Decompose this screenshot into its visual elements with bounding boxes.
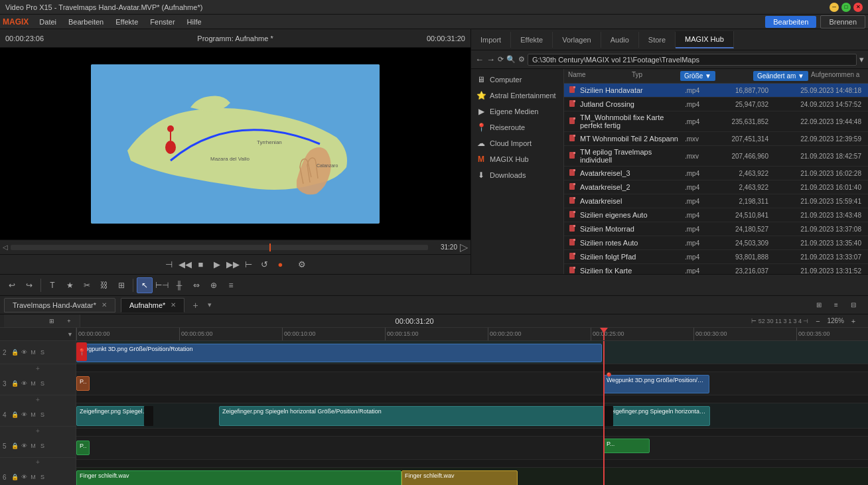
tool-effects[interactable]: ★ bbox=[62, 277, 78, 293]
file-row-7[interactable]: Avatarkreisel .mp4 2,198,311 21.09.2023 … bbox=[564, 194, 868, 208]
nav-downloads[interactable]: ⬇ Downloads bbox=[471, 167, 563, 183]
ctrl-settings[interactable]: ⚙ bbox=[295, 258, 309, 271]
brennen-button[interactable]: Brennen bbox=[820, 15, 865, 29]
file-row-0[interactable]: Sizilien Handavatar .mp4 16,887,700 25.0… bbox=[564, 84, 868, 98]
file-row-12[interactable]: Sizilien fix Karte .mp4 23,216,037 21.09… bbox=[564, 264, 868, 274]
track-solo-4[interactable]: S bbox=[38, 411, 46, 419]
tl-zoom-out[interactable]: − bbox=[810, 313, 826, 329]
tl-tool-1[interactable]: ⊞ bbox=[811, 297, 827, 313]
track-solo-2[interactable]: S bbox=[38, 348, 46, 356]
tab-magix-hub[interactable]: MAGIX Hub bbox=[676, 31, 734, 48]
track-mute-5[interactable]: M bbox=[29, 442, 37, 450]
preview-scrubber[interactable]: ◁ 31:20 ▷ bbox=[0, 240, 470, 254]
ctrl-prev-frame[interactable]: ◀◀ bbox=[179, 258, 192, 271]
track-mute-3[interactable]: M bbox=[29, 380, 37, 387]
browser-path-dropdown[interactable]: ▾ bbox=[859, 54, 864, 64]
nav-magix-hub[interactable]: M MAGIX Hub bbox=[471, 151, 563, 167]
track-lock-4[interactable]: 🔒 bbox=[11, 411, 19, 419]
tool-link[interactable]: ⛓ bbox=[96, 277, 112, 293]
track-vis-4[interactable]: 👁 bbox=[20, 411, 28, 419]
ctrl-stop[interactable]: ■ bbox=[194, 258, 208, 271]
clip-track4-left[interactable]: Zeigefinger.png Spiegeln horizonta... bbox=[76, 406, 153, 426]
tool-zoom-tl[interactable]: ⊕ bbox=[206, 277, 222, 293]
tool-razor[interactable]: ✂ bbox=[79, 277, 95, 293]
timeline-tracks[interactable]: 00:00:00:00 00:00:05:00 00:00:10:00 00:0… bbox=[76, 328, 868, 485]
ctrl-record[interactable]: ● bbox=[274, 258, 287, 271]
nav-cloud[interactable]: ☁ Cloud Import bbox=[471, 135, 563, 151]
file-row-9[interactable]: Sizilien Motorrad .mp4 24,180,527 21.09.… bbox=[564, 222, 868, 236]
menu-hilfe[interactable]: Hilfe bbox=[182, 17, 207, 27]
minimize-button[interactable]: ─ bbox=[830, 3, 839, 12]
tl-zoom-in[interactable]: + bbox=[845, 313, 861, 329]
track-add-row-5[interactable]: + bbox=[0, 458, 76, 466]
track-lock-5[interactable]: 🔒 bbox=[11, 442, 19, 450]
tl-add-tab[interactable]: + bbox=[190, 300, 200, 311]
file-row-10[interactable]: Sizilien rotes Auto .mp4 24,503,309 21.0… bbox=[564, 236, 868, 250]
tl-tab-aufnahme[interactable]: Aufnahme* ✕ bbox=[121, 298, 184, 312]
bearbeiten-button[interactable]: Bearbeiten bbox=[765, 16, 816, 28]
browser-forward[interactable]: → bbox=[486, 54, 495, 64]
tab-audio[interactable]: Audio bbox=[601, 32, 639, 48]
close-button[interactable]: ✕ bbox=[853, 3, 863, 12]
tl-tool-3[interactable]: ⊟ bbox=[845, 297, 861, 313]
tool-slip[interactable]: ⇔ bbox=[188, 277, 204, 293]
file-row-2[interactable]: TM_Wohnmobil fixe Karte perfekt fertig .… bbox=[564, 111, 868, 132]
track-vis-2[interactable]: 👁 bbox=[20, 348, 28, 356]
track-lock-3[interactable]: 🔒 bbox=[11, 380, 19, 387]
track-add-row-4[interactable]: + bbox=[0, 427, 76, 435]
sort-date-button[interactable]: Geändert am ▼ bbox=[753, 71, 808, 81]
file-row-1[interactable]: Jutland Crossing .mp4 25,947,032 24.09.2… bbox=[564, 98, 868, 111]
clip-track4-center[interactable]: Zeigefinger.png Spiegeln horizontal Größ… bbox=[219, 406, 604, 426]
track-lock-2[interactable]: 🔒 bbox=[11, 348, 19, 356]
clip-track6-right[interactable]: Finger schleift.wav bbox=[401, 470, 518, 485]
track-mute-2[interactable]: M bbox=[29, 348, 37, 356]
track-solo-5[interactable]: S bbox=[38, 442, 46, 450]
tool-redo[interactable]: ↪ bbox=[21, 277, 37, 293]
track-add-row-3[interactable]: + bbox=[0, 395, 76, 403]
track-vis-6[interactable]: 👁 bbox=[20, 473, 28, 481]
browser-refresh[interactable]: ⟳ bbox=[498, 55, 504, 64]
tl-snap[interactable]: ⊞ bbox=[44, 313, 60, 329]
menu-datei[interactable]: Datei bbox=[34, 17, 62, 27]
clip-track2-1[interactable]: Wegpunkt 3D.png Größe/Position/Rotation bbox=[76, 344, 602, 362]
clip-track4-right[interactable]: Zeigefinger.png Spiegeln horizontal Grö.… bbox=[604, 406, 710, 426]
maximize-button[interactable]: □ bbox=[841, 3, 851, 12]
file-row-5[interactable]: Avatarkreisel_3 .mp4 2,463,922 21.09.202… bbox=[564, 167, 868, 180]
nav-reise[interactable]: 📍 Reiseroute bbox=[471, 119, 563, 135]
file-row-4[interactable]: TM epilog Travelmaps individuell .mxv 20… bbox=[564, 146, 868, 167]
clip-track5-left[interactable]: P... bbox=[76, 441, 90, 455]
clip-track5-right[interactable]: P... bbox=[603, 439, 650, 453]
track-vis-5[interactable]: 👁 bbox=[20, 442, 28, 450]
menu-effekte[interactable]: Effekte bbox=[110, 17, 143, 27]
nav-computer[interactable]: 🖥 Computer bbox=[471, 72, 563, 88]
file-row-3[interactable]: MT Wohnmobil Teil 2 Abspann .mxv 207,451… bbox=[564, 132, 868, 146]
browser-settings[interactable]: ⚙ bbox=[518, 55, 525, 64]
track-solo-3[interactable]: S bbox=[38, 380, 46, 387]
tab-effekte[interactable]: Effekte bbox=[511, 32, 553, 48]
ctrl-play[interactable]: ▶ bbox=[210, 258, 224, 271]
track-mute-4[interactable]: M bbox=[29, 411, 37, 419]
tl-tab-travelmaps-close[interactable]: ✕ bbox=[102, 301, 107, 309]
nav-eigene[interactable]: ▶ Eigene Medien bbox=[471, 104, 563, 119]
tool-split[interactable]: ╫ bbox=[171, 277, 187, 293]
track-lock-6[interactable]: 🔒 bbox=[11, 473, 19, 481]
tl-tool-2[interactable]: ≡ bbox=[828, 297, 844, 313]
tab-store[interactable]: Store bbox=[639, 32, 676, 48]
tab-import[interactable]: Import bbox=[471, 32, 511, 48]
clip-track6-left[interactable]: Finger schleift.wav bbox=[76, 470, 401, 485]
tl-tab-options[interactable]: ▾ bbox=[208, 301, 212, 309]
tool-text[interactable]: T bbox=[44, 277, 60, 293]
track-vis-3[interactable]: 👁 bbox=[20, 380, 28, 387]
track-mute-6[interactable]: M bbox=[29, 473, 37, 481]
preview-progress-bar[interactable] bbox=[11, 245, 428, 250]
file-row-6[interactable]: Avatarkreisel_2 .mp4 2,463,922 21.09.202… bbox=[564, 180, 868, 194]
file-row-11[interactable]: Sizilien folgt Pfad .mp4 93,801,888 21.0… bbox=[564, 250, 868, 264]
tool-select[interactable]: ↖ bbox=[137, 277, 153, 293]
browser-path-input[interactable] bbox=[528, 54, 857, 66]
ctrl-loop[interactable]: ↺ bbox=[258, 258, 271, 271]
ctrl-next-frame[interactable]: ▶▶ bbox=[226, 258, 240, 271]
browser-back[interactable]: ← bbox=[475, 54, 484, 64]
tl-tab-aufnahme-close[interactable]: ✕ bbox=[171, 301, 176, 309]
tool-trim[interactable]: ⊢⊣ bbox=[154, 277, 170, 293]
ctrl-bracket-right[interactable]: ⊢ bbox=[242, 258, 255, 271]
